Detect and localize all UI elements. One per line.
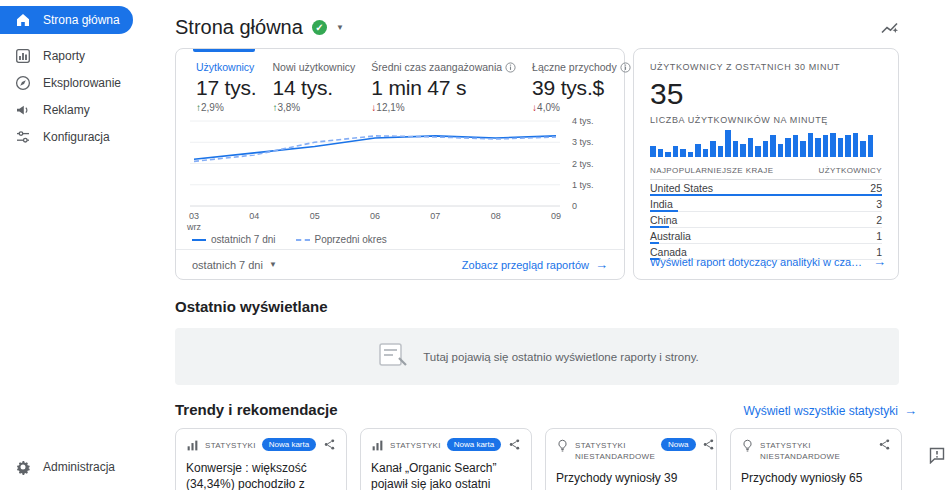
country-users: 3 — [876, 198, 882, 210]
insights-icon[interactable] — [880, 18, 900, 42]
sidebar-item-label: Raporty — [43, 49, 85, 63]
users-per-minute-bar-chart — [650, 130, 882, 157]
chevron-down-icon[interactable]: ▼ — [336, 23, 344, 32]
new-card-badge: Nowa karta — [262, 438, 316, 451]
report-placeholder-icon — [375, 341, 409, 373]
recently-viewed-empty-text: Tutaj pojawią się ostatnio wyświetlone r… — [423, 351, 698, 363]
sidebar-item-label: Konfiguracja — [43, 130, 110, 144]
realtime-title: UŻYTKOWNICY Z OSTATNICH 30 MINUT — [650, 62, 882, 72]
overview-card: Użytkownicy 17 tys. ↑2,9% Nowi użytkowni… — [175, 48, 625, 280]
view-all-insights-link[interactable]: Wyświetl wszystkie statystyki → — [743, 403, 917, 418]
sidebar-item-home[interactable]: Strona główna — [0, 6, 133, 34]
share-icon[interactable] — [878, 438, 891, 451]
recently-viewed-empty-state: Tutaj pojawią się ostatnio wyświetlone r… — [175, 328, 899, 385]
country-users: 1 — [876, 230, 882, 242]
metric-delta: ↓4,0% — [532, 102, 631, 113]
sidebar-item-label: Administracja — [43, 460, 115, 474]
insight-card-header: STATYSTYKI Nowa karta — [371, 438, 521, 452]
insight-card[interactable]: STATYSTYKI NIESTANDARDOWE Nowa Przychody… — [545, 428, 717, 490]
sidebar: Strona główna Raporty Eksplorowanie Rekl… — [0, 0, 135, 490]
metric-value: 1 min 47 s — [371, 76, 516, 100]
lightbulb-icon — [741, 439, 754, 452]
insight-text: Konwersje : większość (34,34%) pochodził… — [186, 460, 336, 490]
insight-text: Kanał „Organic Search” pojawił się jako … — [371, 460, 521, 490]
country-row[interactable]: Australia 1 — [650, 228, 882, 244]
sidebar-item-admin[interactable]: Administracja — [0, 453, 135, 480]
main-content: Strona główna ✓ ▼ Użytkownicy 17 tys. ↑2… — [135, 0, 950, 490]
active-tab-indicator — [193, 49, 255, 52]
realtime-report-link[interactable]: Wyświetl raport dotyczący analityki w cz… — [650, 254, 886, 269]
recently-viewed-title: Ostatnio wyświetlane — [175, 298, 328, 315]
insight-bars-icon — [186, 439, 199, 452]
gear-icon — [15, 459, 31, 475]
share-icon[interactable] — [702, 438, 715, 451]
share-icon[interactable] — [323, 438, 336, 451]
sidebar-item-explore[interactable]: Eksplorowanie — [0, 69, 135, 96]
insight-text: Przychody wyniosły 65 265,30 zł — [741, 470, 891, 490]
country-row[interactable]: India 3 — [650, 196, 882, 212]
insight-tag: STATYSTYKI NIESTANDARDOWE — [760, 438, 872, 462]
info-icon[interactable] — [620, 62, 631, 73]
overview-card-footer: ostatnich 7 dni ▼ Zobacz przegląd raport… — [176, 249, 624, 279]
metric-label: Użytkownicy — [196, 61, 256, 73]
country-name: China — [650, 214, 677, 226]
info-icon[interactable] — [505, 62, 516, 73]
home-icon — [15, 12, 31, 28]
date-range-selector[interactable]: ostatnich 7 dni ▼ — [192, 259, 277, 271]
metric-total-revenue[interactable]: Łączne przychody 39 tys.$ ↓4,0% — [532, 61, 631, 113]
metric-label: Nowi użytkownicy — [272, 61, 355, 73]
metric-users[interactable]: Użytkownicy 17 tys. ↑2,9% — [196, 61, 256, 113]
insight-card-header: STATYSTYKI NIESTANDARDOWE Nowa — [556, 438, 706, 462]
reports-overview-link[interactable]: Zobacz przegląd raportów → — [462, 257, 608, 272]
metric-value: 39 tys.$ — [532, 76, 631, 100]
feedback-icon[interactable] — [928, 446, 946, 468]
insight-bars-icon — [371, 439, 384, 452]
insight-tag: STATYSTYKI — [205, 438, 256, 451]
insight-card[interactable]: STATYSTYKI Nowa karta Kanał „Organic Sea… — [360, 428, 532, 490]
sidebar-item-reports[interactable]: Raporty — [0, 42, 135, 69]
chart-x-axis: 03wrz040506070809 — [190, 211, 560, 229]
new-badge: Nowa — [661, 438, 695, 451]
metric-new-users[interactable]: Nowi użytkownicy 14 tys. ↑3,8% — [272, 61, 355, 113]
new-card-badge: Nowa karta — [447, 438, 501, 451]
country-name: India — [650, 198, 673, 210]
insight-text: Przychody wyniosły 39 150,89 zł — [556, 470, 706, 490]
chart-plot — [190, 117, 560, 209]
legend-current-period: ostatnich 7 dni — [192, 234, 276, 245]
right-arrow-icon: → — [873, 254, 886, 269]
insight-tag: STATYSTYKI NIESTANDARDOWE — [575, 438, 655, 462]
insight-card-header: STATYSTYKI Nowa karta — [186, 438, 336, 452]
sidebar-item-configure[interactable]: Konfiguracja — [0, 123, 135, 150]
explore-compass-icon — [15, 75, 31, 91]
chart-legend: ostatnich 7 dni Poprzedni okres — [192, 234, 616, 245]
metric-value: 14 tys. — [272, 76, 355, 100]
insight-card[interactable]: STATYSTYKI NIESTANDARDOWE Przychody wyni… — [730, 428, 902, 490]
page-title: Strona główna — [175, 16, 303, 39]
country-row[interactable]: China 2 — [650, 212, 882, 228]
dashed-line-swatch — [296, 239, 310, 241]
users-column-header: UŻYTKOWNICY — [818, 166, 882, 175]
realtime-users-value: 35 — [650, 77, 882, 111]
sidebar-item-label: Strona główna — [43, 13, 120, 27]
lightbulb-icon — [556, 439, 569, 452]
realtime-card: UŻYTKOWNICY Z OSTATNICH 30 MINUT 35 LICZ… — [633, 48, 899, 280]
country-users: 2 — [876, 214, 882, 226]
metric-label: Łączne przychody — [532, 61, 631, 73]
country-name: Australia — [650, 230, 691, 242]
sidebar-item-ads[interactable]: Reklamy — [0, 96, 135, 123]
status-check-icon[interactable]: ✓ — [312, 20, 327, 35]
sidebar-item-label: Reklamy — [43, 103, 90, 117]
metric-engagement-time[interactable]: Średni czas zaangażowania 1 min 47 s ↓12… — [371, 61, 516, 113]
insight-card-header: STATYSTYKI NIESTANDARDOWE — [741, 438, 891, 462]
metric-label: Średni czas zaangażowania — [371, 61, 516, 73]
metric-delta: ↓12,1% — [371, 102, 516, 113]
page-header: Strona główna ✓ ▼ — [175, 16, 344, 39]
country-row[interactable]: United States 25 — [650, 180, 882, 196]
solid-line-swatch — [192, 239, 206, 241]
metric-value: 17 tys. — [196, 76, 256, 100]
countries-table-header: NAJPOPULARNIEJSZE KRAJE UŻYTKOWNICY — [650, 166, 882, 180]
insight-card[interactable]: STATYSTYKI Nowa karta Konwersje : większ… — [175, 428, 347, 490]
metrics-row: Użytkownicy 17 tys. ↑2,9% Nowi użytkowni… — [196, 61, 616, 113]
right-arrow-icon: → — [904, 403, 917, 418]
share-icon[interactable] — [508, 438, 521, 451]
